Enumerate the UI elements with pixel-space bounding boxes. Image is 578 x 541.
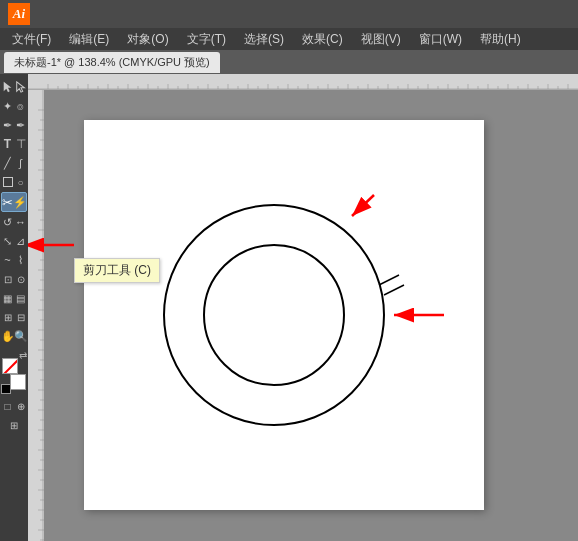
reflect-tool[interactable]: ↔ (14, 213, 27, 231)
ruler-horizontal (28, 74, 578, 90)
scale-tool[interactable]: ⤡ (1, 232, 14, 250)
rectangle-tool[interactable] (3, 177, 13, 187)
menu-select[interactable]: 选择(S) (236, 29, 292, 50)
color-mode-row: □ ⊕ (1, 397, 27, 415)
swap-colors-icon[interactable]: ⇄ (19, 350, 27, 361)
shape-tools-row: ○ (1, 173, 27, 191)
puppet-warp-tool[interactable]: ⊙ (14, 270, 27, 288)
ellipse-tool[interactable]: ○ (14, 173, 27, 191)
main-area: ✦ ⌾ ✒ ✒ T ⊤ ╱ ∫ ○ ✂ ⚡ ↺ ↔ (0, 74, 578, 541)
warp-tools-row: ~ ⌇ (1, 251, 27, 269)
scissors-tool[interactable]: ✂ (2, 193, 13, 211)
arc-tool[interactable]: ∫ (14, 154, 27, 172)
type-tool[interactable]: T (1, 135, 14, 153)
svg-line-2 (3, 359, 18, 374)
menu-help[interactable]: 帮助(H) (472, 29, 529, 50)
artboard-tools-row: ⊞ ⊟ (1, 308, 27, 326)
line-tool[interactable]: ╱ (1, 154, 14, 172)
menu-edit[interactable]: 编辑(E) (61, 29, 117, 50)
doc-tab-bar: 未标题-1* @ 138.4% (CMYK/GPU 预览) (0, 50, 578, 74)
transform-tools-row: ⊡ ⊙ (1, 270, 27, 288)
menu-bar: 文件(F) 编辑(E) 对象(O) 文字(T) 选择(S) 效果(C) 视图(V… (0, 28, 578, 50)
svg-line-110 (379, 275, 399, 285)
column-graph-tool[interactable]: ▦ (1, 289, 14, 307)
selection-tools-row (1, 78, 27, 96)
draw-inside-icon[interactable]: ⊕ (14, 397, 27, 415)
artboard (84, 120, 484, 510)
menu-file[interactable]: 文件(F) (4, 29, 59, 50)
zoom-tool[interactable]: 🔍 (14, 327, 27, 345)
color-swatches: ⇄ (1, 350, 27, 394)
app-logo: Ai (8, 3, 30, 25)
shear-tool[interactable]: ⊿ (14, 232, 27, 250)
add-anchor-tool[interactable]: ✒ (14, 116, 27, 134)
canvas-content: 剪刀工具 (C) (44, 90, 578, 541)
svg-marker-0 (3, 82, 11, 92)
menu-window[interactable]: 窗口(W) (411, 29, 470, 50)
svg-line-111 (384, 285, 404, 295)
change-screen-mode-icon[interactable]: ⊞ (1, 416, 27, 434)
warp-tool[interactable]: ~ (1, 251, 14, 269)
ruler-vertical (28, 90, 44, 541)
screen-mode-row: ⊞ (1, 416, 27, 434)
vertical-type-tool[interactable]: ⊤ (14, 135, 27, 153)
direct-selection-tool[interactable] (14, 78, 27, 96)
canvas-area: 剪刀工具 (C) (28, 74, 578, 541)
doc-tab[interactable]: 未标题-1* @ 138.4% (CMYK/GPU 预览) (4, 52, 220, 73)
magic-lasso-row: ✦ ⌾ (1, 97, 27, 115)
normal-mode-icon[interactable]: □ (1, 397, 14, 415)
svg-rect-58 (28, 90, 44, 541)
knife-tool[interactable]: ⚡ (13, 193, 26, 211)
foreground-color-swatch[interactable] (2, 358, 18, 374)
lasso-tool[interactable]: ⌾ (14, 97, 27, 115)
menu-type[interactable]: 文字(T) (179, 29, 234, 50)
hand-zoom-row: ✋ 🔍 (1, 327, 27, 345)
artboard-tool[interactable]: ⊞ (1, 308, 14, 326)
type-tools-row: T ⊤ (1, 135, 27, 153)
title-bar: Ai (0, 0, 578, 28)
rotate-tool[interactable]: ↺ (1, 213, 14, 231)
free-transform-tool[interactable]: ⊡ (1, 270, 14, 288)
scale-tools-row: ⤡ ⊿ (1, 232, 27, 250)
magic-wand-tool[interactable]: ✦ (1, 97, 14, 115)
selection-tool[interactable] (1, 78, 14, 96)
svg-rect-3 (28, 74, 578, 90)
menu-object[interactable]: 对象(O) (119, 29, 176, 50)
reset-colors-icon[interactable] (1, 384, 11, 394)
scissors-tools-row: ✂ ⚡ (1, 192, 27, 212)
svg-marker-1 (16, 82, 24, 92)
line-tools-row: ╱ ∫ (1, 154, 27, 172)
menu-effect[interactable]: 效果(C) (294, 29, 351, 50)
hand-tool[interactable]: ✋ (1, 327, 14, 345)
slice-tool[interactable]: ⊟ (14, 308, 27, 326)
svg-point-109 (204, 245, 344, 385)
scissors-tooltip: 剪刀工具 (C) (74, 258, 160, 283)
pen-tools-row: ✒ ✒ (1, 116, 27, 134)
bar-graph-tool[interactable]: ▤ (14, 289, 27, 307)
background-color-swatch[interactable] (10, 374, 26, 390)
menu-view[interactable]: 视图(V) (353, 29, 409, 50)
graph-tools-row: ▦ ▤ (1, 289, 27, 307)
reshape-tool[interactable]: ⌇ (14, 251, 27, 269)
rotate-tools-row: ↺ ↔ (1, 213, 27, 231)
toolbar: ✦ ⌾ ✒ ✒ T ⊤ ╱ ∫ ○ ✂ ⚡ ↺ ↔ (0, 74, 28, 541)
pen-tool[interactable]: ✒ (1, 116, 14, 134)
svg-point-108 (164, 205, 384, 425)
